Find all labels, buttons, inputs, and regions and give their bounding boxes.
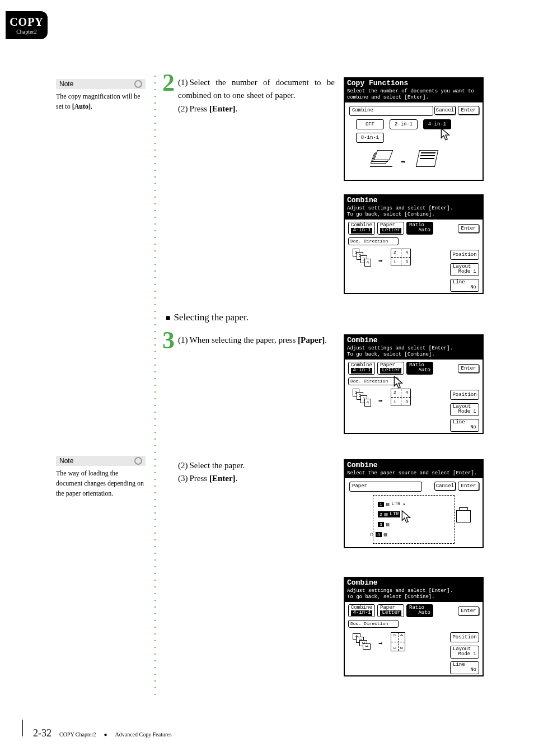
printer-icon <box>456 510 471 522</box>
combine-field[interactable]: Combine4-in-1 <box>348 362 375 375</box>
lcd-b-title: Combine <box>344 194 484 206</box>
doc-direction-button[interactable]: Doc. Direction <box>348 620 399 628</box>
lcd-copy-functions: Copy Functions Select the number of docu… <box>344 77 484 181</box>
step-2-number: 2 <box>162 68 175 97</box>
line-field[interactable]: LineNo <box>450 419 479 432</box>
footer-bullet: ● <box>104 731 107 738</box>
layout-field[interactable]: LayoutMode 1 <box>450 263 479 277</box>
layout-field[interactable]: LayoutMode 1 <box>450 403 479 417</box>
8in1-button[interactable]: 8-in-1 <box>356 133 384 143</box>
ratio-field[interactable]: RatioAuto <box>406 222 433 235</box>
enter-button[interactable]: Enter <box>458 224 479 233</box>
ratio-field[interactable]: RatioAuto <box>406 604 433 618</box>
combine-field: Combine <box>349 106 433 116</box>
enter-button[interactable]: Enter <box>458 106 479 115</box>
cursor-icon <box>440 127 452 144</box>
tray-1[interactable]: 1 ▤ LTR ▾ <box>378 501 405 507</box>
cancel-button[interactable]: Cancel <box>434 482 456 491</box>
doc-direction-button[interactable]: Doc. Direction <box>348 377 399 385</box>
enter-button[interactable]: Enter <box>458 606 479 615</box>
combine-field[interactable]: Combine4-in-1 <box>348 604 375 618</box>
lcd-combine-1: Combine Adjust settings and select [Ente… <box>344 194 484 294</box>
tray-2-selected[interactable]: 2 ▤ LTR <box>378 511 400 517</box>
note-label: Note <box>56 79 146 89</box>
section-selecting-paper: ■Selecting the paper. <box>166 312 249 323</box>
lcd-a-sub: Select the number of documents you want … <box>344 88 484 102</box>
footer-chapter: COPY Chapter2 <box>59 731 96 738</box>
paper-field[interactable]: PaperLetter <box>377 604 404 618</box>
output-grid-rotated-icon: 2 4 1 3 <box>391 632 405 651</box>
lcd-paper-source: Combine Select the paper source and sele… <box>344 459 484 548</box>
cancel-button[interactable]: Cancel <box>434 106 456 115</box>
step-2-text: (1)Select the number of document to be c… <box>178 76 335 115</box>
position-button[interactable]: Position <box>450 250 479 260</box>
stack-icon <box>370 150 392 167</box>
note-1: Note The copy magnification will be set … <box>56 78 146 111</box>
divider-dots <box>154 73 156 700</box>
combine-field[interactable]: Combine4-in-1 <box>348 222 375 235</box>
note-2-text: The way of loading the document changes … <box>56 468 146 498</box>
sheet-icon <box>418 150 437 167</box>
line-field[interactable]: LineNo <box>450 661 479 675</box>
lcd-a-title: Copy Functions <box>344 77 484 88</box>
2in1-button[interactable]: 2-in-1 <box>390 119 418 129</box>
4in1-button[interactable]: 4-in-1 <box>423 119 451 129</box>
layout-field[interactable]: LayoutMode 1 <box>450 646 479 659</box>
paper-field: Paper <box>349 482 422 492</box>
tray-list: 1 ▤ LTR ▾ 2 ▤ LTR 3 ▤ ⎌ 4 ▤ <box>373 495 455 544</box>
step-3-number: 3 <box>162 326 175 354</box>
tray-3[interactable]: 3 ▤ <box>378 521 389 528</box>
enter-button[interactable]: Enter <box>458 364 479 373</box>
output-grid-icon: 2 4 1 3 <box>391 249 411 265</box>
page-footer: 2-32 COPY Chapter2 ● Advanced Copy Featu… <box>22 720 172 739</box>
step-3-text-1: (1)When selecting the paper, press [Pape… <box>178 334 335 347</box>
lcd-b-sub: Adjust settings and select [Enter].To go… <box>344 206 484 220</box>
ratio-field[interactable]: RatioAuto <box>406 362 433 375</box>
position-button[interactable]: Position <box>450 390 479 400</box>
arrow-icon: ➡ <box>378 639 383 648</box>
doc-direction-button[interactable]: Doc. Direction <box>348 237 399 245</box>
line-field[interactable]: LineNo <box>450 279 479 292</box>
off-button[interactable]: OFF <box>356 119 384 129</box>
position-button[interactable]: Position <box>450 632 479 642</box>
paper-field[interactable]: PaperLetter <box>377 222 404 235</box>
note-label: Note <box>56 456 146 466</box>
tray-4[interactable]: ⎌ 4 ▤ <box>370 531 387 538</box>
page-number: 2-32 <box>33 727 51 739</box>
badge-subtitle: Chapter2 <box>16 29 37 35</box>
arrow-icon: ➡ <box>378 396 383 405</box>
arrow-icon: ➡ <box>378 256 383 265</box>
footer-section: Advanced Copy Features <box>115 731 172 738</box>
chapter-badge: COPY Chapter2 <box>6 11 48 39</box>
step-3-text-2: (2)Select the paper. (3)Press [Enter]. <box>178 459 335 486</box>
arrow-icon: ➡ <box>401 157 405 167</box>
enter-button[interactable]: Enter <box>458 482 479 491</box>
badge-title: COPY <box>10 16 44 29</box>
note-1-text: The copy magnification will be set to [A… <box>56 91 146 111</box>
output-grid-icon: 2 4 1 3 <box>391 389 411 405</box>
lcd-combine-2: Combine Adjust settings and select [Ente… <box>344 334 484 434</box>
paper-field[interactable]: PaperLetter <box>377 362 404 375</box>
note-2: Note The way of loading the document cha… <box>56 455 146 498</box>
lcd-combine-3: Combine Adjust settings and select [Ente… <box>344 577 484 676</box>
